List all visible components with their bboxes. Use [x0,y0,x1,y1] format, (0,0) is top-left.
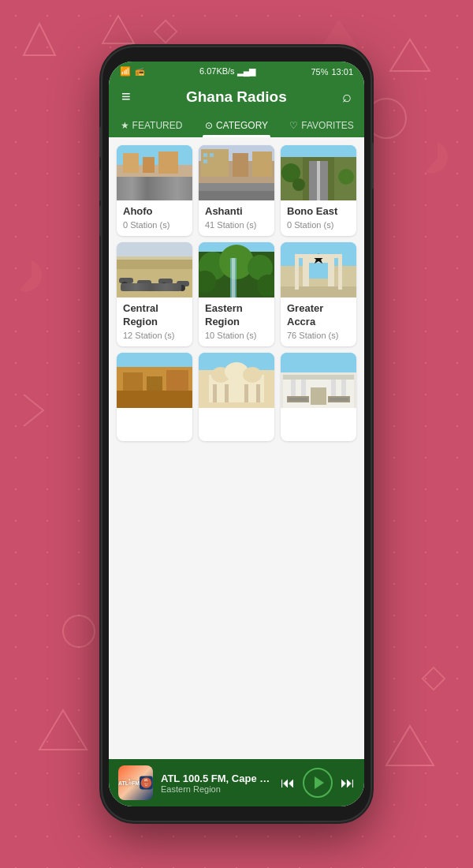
svg-rect-17 [147,181,162,190]
category-count-7 [123,425,186,435]
svg-rect-14 [158,152,178,174]
svg-rect-12 [123,153,139,173]
status-bar-speed: 6.07KB/s ▂▄▆ [199,66,256,77]
next-button[interactable]: ⏭ [341,775,355,791]
category-card-accra[interactable]: Greater Accra 76 Station (s) [281,242,356,346]
svg-rect-93 [330,398,348,401]
svg-rect-9 [423,668,445,690]
svg-rect-32 [317,161,320,200]
category-name-9 [287,413,350,424]
category-card-bono-east[interactable]: Bono East 0 Station (s) [281,145,356,236]
svg-marker-5 [386,726,434,765]
station-logo: ATL 100.5 FM [118,765,153,800]
svg-rect-62 [309,263,328,279]
svg-rect-81 [281,353,356,375]
svg-point-6 [367,99,406,138]
star-icon: ★ [121,120,129,131]
status-bar: 📶 📻 6.07KB/s ▂▄▆ 75% 13:01 [109,62,364,80]
svg-rect-41 [137,280,151,286]
svg-rect-57 [281,242,356,270]
time-display: 13:01 [331,67,353,77]
category-card-9[interactable] [281,353,356,441]
tab-category[interactable]: ⊙ CATEGORY [194,114,279,137]
tab-favorites[interactable]: ♡ FAVORITES [279,114,364,137]
battery-percent: 75% [311,67,328,77]
svg-text:FM: FM [145,784,147,786]
category-info-central: Central Region 12 Station (s) [117,297,192,346]
category-info-7 [117,408,192,441]
category-card-7[interactable] [117,353,192,441]
category-card-8[interactable] [199,353,274,441]
category-name-central: Central Region [123,302,186,329]
category-card-central[interactable]: Central Region 12 Station (s) [117,242,192,346]
tab-bar: ★ FEATURED ⊙ CATEGORY ♡ FAVORITES [109,114,364,137]
app-title: Ghana Radios [186,88,287,106]
category-name-ashanti: Ashanti [205,205,268,219]
category-count-ashanti: 41 Station (s) [205,220,268,230]
svg-point-35 [292,178,305,191]
category-info-bono-east: Bono East 0 Station (s) [281,200,356,236]
category-image-central [117,242,192,297]
svg-point-34 [338,169,354,185]
svg-rect-84 [283,375,354,380]
category-name-7 [123,413,186,424]
svg-rect-89 [311,387,326,405]
svg-rect-25 [203,153,207,157]
now-playing-bar: ATL 100.5 FM ATL 100.5 FM, Cape C... Eas… [109,759,364,806]
svg-rect-42 [158,279,173,284]
svg-marker-0 [24,24,55,55]
category-image-ahofo [117,145,192,200]
svg-rect-21 [233,153,248,177]
category-image-accra [281,242,356,297]
category-card-ashanti[interactable]: Ashanti 41 Station (s) [199,145,274,236]
category-card-eastern[interactable]: Eastern Region 10 Station (s) [199,242,274,346]
category-info-accra: Greater Accra 76 Station (s) [281,297,356,346]
station-info: ATL 100.5 FM, Cape C... Eastern Region [161,773,273,794]
svg-marker-63 [313,253,324,264]
play-button[interactable] [303,768,333,798]
status-bar-right: 75% 13:01 [311,67,353,77]
category-name-eastern: Eastern Region [205,302,268,329]
category-grid: Ahofo 0 Station (s) [117,145,356,441]
svg-rect-70 [117,391,192,408]
category-info-eastern: Eastern Region 10 Station (s) [199,297,274,346]
previous-button[interactable]: ⏮ [281,775,295,791]
svg-rect-61 [303,256,334,263]
tab-featured[interactable]: ★ FEATURED [109,114,194,137]
category-count-eastern: 10 Station (s) [205,331,268,340]
search-icon[interactable]: ⌕ [342,88,352,106]
svg-rect-60 [328,256,334,286]
svg-rect-79 [244,384,248,402]
svg-rect-56 [232,258,235,297]
svg-rect-26 [210,153,214,157]
category-name-accra: Greater Accra [287,302,350,329]
content-area: Ahofo 0 Station (s) [109,137,364,759]
svg-rect-92 [289,398,307,401]
heart-icon: ♡ [289,120,298,131]
svg-point-7 [63,615,95,647]
category-count-9 [287,425,350,435]
svg-point-76 [243,367,262,383]
svg-rect-16 [117,190,192,200]
station-name: ATL 100.5 FM, Cape C... [161,773,273,784]
svg-rect-24 [199,191,274,200]
svg-rect-59 [303,256,309,286]
category-card-ahofo[interactable]: Ahofo 0 Station (s) [117,145,192,236]
menu-icon[interactable]: ≡ [121,88,131,106]
app-header: ≡ Ghana Radios ⌕ [109,80,364,114]
svg-rect-22 [252,152,272,177]
player-controls: ⏮ ⏭ [281,768,355,798]
category-info-ahofo: Ahofo 0 Station (s) [117,200,192,236]
category-image-8 [199,353,274,408]
svg-rect-8 [155,21,177,43]
category-image-eastern [199,242,274,297]
radio-icon: 📻 [135,67,144,76]
svg-text:100.5: 100.5 [144,783,148,784]
svg-rect-80 [256,384,260,402]
svg-marker-2 [102,16,134,43]
category-image-7 [117,353,192,408]
svg-rect-13 [143,157,155,173]
category-count-central: 12 Station (s) [123,331,186,340]
phone-device: 📶 📻 6.07KB/s ▂▄▆ 75% 13:01 ≡ Ghana Radio… [102,47,371,821]
category-info-8 [199,408,274,441]
